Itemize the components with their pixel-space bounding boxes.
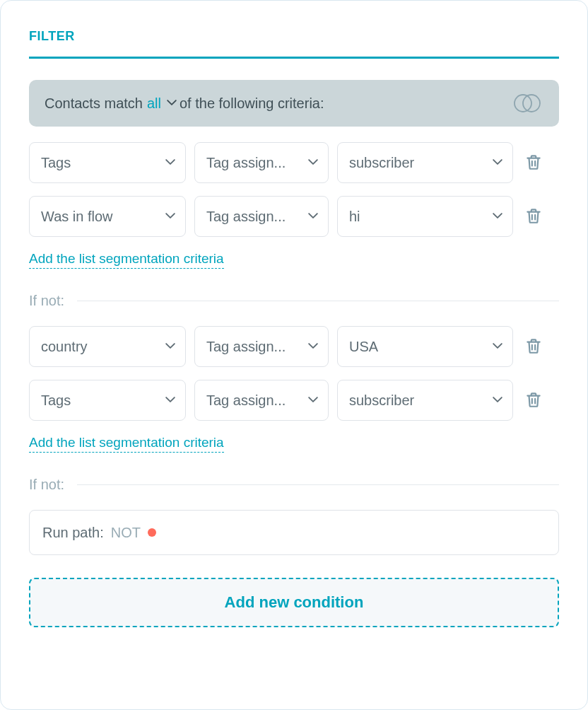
if-not-label: If not:: [29, 477, 64, 493]
chevron-down-icon: [493, 395, 501, 403]
select-value: Tag assign...: [206, 155, 286, 171]
match-text: Contacts match all of the following crit…: [45, 95, 324, 112]
select-value: Tags: [41, 155, 71, 171]
select-value: Tag assign...: [206, 392, 286, 409]
delete-row-button[interactable]: [524, 337, 544, 356]
select-value: subscriber: [349, 155, 414, 171]
select-value: hi: [349, 209, 360, 225]
select-value: Tags: [41, 392, 71, 409]
separator-line: [77, 484, 559, 485]
chevron-down-icon: [308, 211, 317, 219]
delete-row-button[interactable]: [524, 206, 544, 226]
criteria-row: country Tag assign... USA: [29, 326, 559, 367]
chevron-down-icon: [165, 157, 174, 165]
add-criteria-link[interactable]: Add the list segmentation criteria: [29, 435, 224, 453]
title-underline: [29, 57, 559, 59]
delete-row-button[interactable]: [524, 153, 544, 173]
delete-row-button[interactable]: [524, 390, 544, 410]
field-select[interactable]: country: [29, 326, 186, 367]
filter-title: FILTER: [29, 29, 559, 44]
field-select[interactable]: Tags: [29, 380, 186, 421]
select-value: subscriber: [349, 392, 414, 409]
add-condition-button[interactable]: Add new condition: [29, 578, 559, 627]
criteria-group-2: country Tag assign... USA Tags Tag assig…: [29, 326, 559, 421]
add-criteria-link[interactable]: Add the list segmentation criteria: [29, 251, 224, 269]
field-select[interactable]: Tags: [29, 142, 186, 183]
operator-select[interactable]: Tag assign...: [194, 142, 329, 183]
chevron-down-icon: [165, 211, 174, 219]
select-value: country: [41, 339, 88, 355]
chevron-down-icon: [493, 341, 501, 349]
criteria-row: Tags Tag assign... subscriber: [29, 142, 559, 183]
select-value: USA: [349, 339, 378, 355]
match-suffix: of the following criteria:: [180, 95, 324, 112]
chevron-down-icon: [308, 341, 317, 349]
if-not-separator: If not:: [29, 477, 559, 493]
operator-select[interactable]: Tag assign...: [194, 380, 329, 421]
select-value: Was in flow: [41, 209, 113, 225]
status-dot-icon: [148, 528, 156, 537]
venn-diagram-icon: [511, 93, 543, 114]
filter-card: FILTER Contacts match all of the followi…: [0, 0, 588, 710]
criteria-group-1: Tags Tag assign... subscriber Was in flo…: [29, 142, 559, 237]
criteria-row: Was in flow Tag assign... hi: [29, 196, 559, 237]
chevron-down-icon: [493, 211, 501, 219]
select-value: Tag assign...: [206, 339, 286, 355]
value-select[interactable]: subscriber: [337, 142, 513, 183]
value-select[interactable]: hi: [337, 196, 513, 237]
if-not-separator: If not:: [29, 293, 559, 309]
chevron-down-icon: [165, 395, 174, 403]
add-condition-label: Add new condition: [225, 593, 364, 612]
if-not-label: If not:: [29, 293, 64, 309]
operator-select[interactable]: Tag assign...: [194, 196, 329, 237]
run-path-box[interactable]: Run path: NOT: [29, 510, 559, 555]
run-path-value: NOT: [111, 525, 141, 541]
separator-line: [77, 301, 559, 301]
select-value: Tag assign...: [206, 209, 286, 225]
chevron-down-icon: [493, 157, 501, 165]
run-path-label: Run path:: [42, 525, 104, 541]
operator-select[interactable]: Tag assign...: [194, 326, 329, 367]
chevron-down-icon: [165, 341, 174, 349]
field-select[interactable]: Was in flow: [29, 196, 186, 237]
chevron-down-icon: [308, 395, 317, 403]
match-mode-value: all: [147, 95, 161, 112]
match-prefix: Contacts match: [45, 95, 143, 112]
chevron-down-icon: [308, 157, 317, 165]
value-select[interactable]: subscriber: [337, 380, 513, 421]
value-select[interactable]: USA: [337, 326, 513, 367]
match-mode-select[interactable]: all: [147, 95, 175, 112]
criteria-row: Tags Tag assign... subscriber: [29, 380, 559, 421]
chevron-down-icon: [167, 98, 175, 106]
match-criteria-bar: Contacts match all of the following crit…: [29, 80, 559, 127]
